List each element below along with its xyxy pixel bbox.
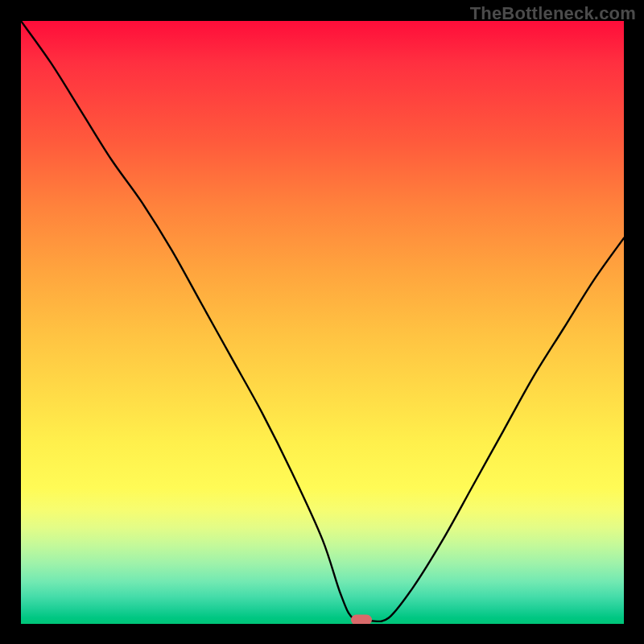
bottleneck-curve [21, 21, 624, 621]
plot-area [21, 21, 624, 624]
minimum-marker [351, 614, 372, 624]
curve-svg [21, 21, 624, 624]
watermark-text: TheBottleneck.com [470, 3, 636, 24]
chart-frame: TheBottleneck.com [0, 0, 644, 644]
